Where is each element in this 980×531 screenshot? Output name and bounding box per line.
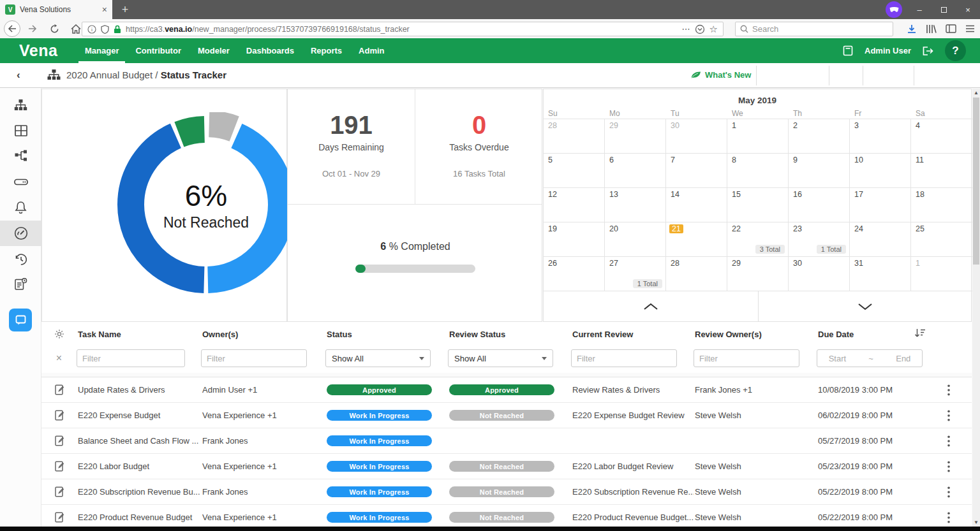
row-actions-button[interactable] (946, 461, 950, 472)
menu-hamburger-icon[interactable] (965, 25, 975, 33)
whats-new-link[interactable]: What's New (690, 70, 751, 80)
calendar-prev-button[interactable] (544, 291, 759, 322)
filter-due-date-range[interactable]: Start~End (817, 349, 923, 367)
cell-task-name[interactable]: E220 Expense Budget (77, 411, 201, 420)
calendar-cell[interactable]: 28 (544, 119, 605, 154)
calendar-cell[interactable]: 231 Total (789, 222, 850, 257)
calendar-cell[interactable]: 21 (666, 222, 727, 257)
nav-item-admin[interactable]: Admin (359, 38, 384, 63)
calendar-cell[interactable]: 7 (666, 154, 727, 188)
col-review-owners[interactable]: Review Owner(s) (694, 330, 817, 339)
tracking-shield-icon[interactable] (101, 25, 109, 34)
page-info-icon[interactable]: i (87, 25, 96, 34)
calendar-cell[interactable]: 31 (850, 257, 911, 291)
calendar-cell[interactable]: 29 (727, 257, 789, 291)
calendar-task-count-badge[interactable]: 3 Total (755, 245, 785, 254)
table-row[interactable]: Balance Sheet and Cash Flow ...Frank Jon… (41, 428, 972, 454)
row-actions-button[interactable] (946, 384, 950, 396)
scrollbar-thumb[interactable] (973, 98, 979, 265)
filter-review-status-select[interactable]: Show All (448, 349, 553, 367)
downloads-icon[interactable] (907, 24, 917, 34)
sidebar-item-notifications[interactable] (0, 194, 41, 220)
col-owners[interactable]: Owner(s) (201, 330, 325, 339)
pocket-icon[interactable] (695, 24, 705, 34)
window-maximize-button[interactable] (932, 0, 956, 19)
sidebar-item-workflow[interactable] (0, 143, 41, 168)
back-chevron-icon[interactable]: ‹ (17, 69, 20, 82)
task-doc-cell[interactable] (54, 486, 64, 497)
urlbar-more-icon[interactable]: ⋯ (682, 24, 690, 34)
calendar-cell[interactable]: 28 (666, 257, 727, 291)
filter-task-name-input[interactable] (77, 349, 185, 367)
calendar-cell[interactable]: 19 (544, 222, 605, 257)
cell-task-name[interactable]: E220 Labor Budget (77, 462, 201, 471)
library-icon[interactable] (926, 24, 937, 34)
refresh-button[interactable] (46, 20, 63, 37)
help-button[interactable]: ? (945, 40, 966, 61)
tab-close-icon[interactable]: × (102, 5, 107, 14)
nav-item-reports[interactable]: Reports (311, 38, 342, 63)
cell-task-name[interactable]: E220 Product Revenue Budget (77, 513, 201, 522)
scroll-up-icon[interactable]: ▲ (972, 90, 980, 96)
window-close-button[interactable]: × (956, 0, 980, 19)
nav-item-manager[interactable]: Manager (85, 38, 119, 63)
calendar-cell[interactable]: 11 (911, 154, 972, 188)
logout-icon[interactable] (922, 46, 934, 56)
sidebar-item-templates[interactable] (0, 118, 41, 143)
table-row[interactable]: E220 Labor BudgetVena Experience +1Work … (41, 454, 972, 479)
bookmark-star-icon[interactable]: ☆ (709, 24, 718, 35)
sidebar-item-audit-report[interactable] (0, 272, 41, 297)
calendar-cell[interactable]: 3 (850, 119, 911, 154)
filter-owners-input[interactable] (201, 349, 307, 367)
table-row[interactable]: E220 Subscription Revenue Bu...Frank Jon… (41, 479, 972, 505)
window-minimize-button[interactable]: – (907, 0, 932, 19)
sidebar-item-history[interactable] (0, 247, 41, 272)
calendar-next-button[interactable] (759, 291, 973, 322)
calendar-cell[interactable]: 30 (666, 119, 727, 154)
row-actions-button[interactable] (946, 410, 950, 421)
task-doc-cell[interactable] (54, 461, 64, 472)
library-book-icon[interactable] (842, 45, 854, 56)
task-doc-cell[interactable] (54, 512, 64, 523)
calendar-cell[interactable]: 18 (911, 188, 972, 222)
nav-item-dashboards[interactable]: Dashboards (246, 38, 294, 63)
browser-tab[interactable]: V Vena Solutions × (0, 0, 112, 19)
calendar-cell[interactable]: 2 (789, 119, 850, 154)
user-menu[interactable]: Admin User (865, 46, 911, 55)
breadcrumb-parent[interactable]: 2020 Annual Budget (66, 69, 152, 80)
calendar-cell[interactable]: 24 (850, 222, 911, 257)
calendar-cell[interactable]: 12 (544, 188, 605, 222)
calendar-cell[interactable]: 4 (911, 119, 972, 154)
status-donut-chart[interactable] (114, 112, 299, 297)
calendar-cell[interactable]: 29 (605, 119, 666, 154)
column-settings-gear-icon[interactable] (54, 329, 64, 339)
sidebar-toggle-icon[interactable] (946, 24, 956, 33)
new-tab-button[interactable]: + (117, 2, 133, 17)
cell-task-name[interactable]: Update Rates & Drivers (77, 385, 201, 395)
col-current-review[interactable]: Current Review (571, 330, 694, 339)
task-doc-cell[interactable] (54, 384, 64, 395)
calendar-cell[interactable]: 17 (850, 188, 911, 222)
col-task-name[interactable]: Task Name (77, 330, 201, 339)
forward-button[interactable] (24, 20, 41, 37)
calendar-cell[interactable]: 10 (850, 154, 911, 188)
col-status[interactable]: Status (325, 330, 448, 339)
sidebar-item-process-hierarchy[interactable] (0, 92, 41, 118)
col-due-date[interactable]: Due Date (817, 330, 919, 339)
calendar-cell[interactable]: 20 (605, 222, 666, 257)
back-button[interactable] (4, 20, 20, 37)
row-actions-button[interactable] (946, 512, 950, 523)
calendar-cell[interactable]: 30 (789, 257, 850, 291)
cell-task-name[interactable]: Balance Sheet and Cash Flow ... (77, 436, 201, 446)
calendar-cell[interactable]: 13 (605, 188, 666, 222)
filter-status-select[interactable]: Show All (325, 349, 431, 367)
row-actions-button[interactable] (946, 435, 950, 447)
row-actions-button[interactable] (946, 486, 950, 498)
url-bar[interactable]: i https://ca3.vena.io/new_manager/proces… (82, 22, 724, 36)
feedback-button[interactable] (9, 309, 32, 331)
calendar-cell[interactable]: 26 (544, 257, 605, 291)
nav-item-contributor[interactable]: Contributor (135, 38, 181, 63)
table-row[interactable]: Update Rates & DriversAdmin User +1Appro… (41, 377, 972, 403)
vena-logo[interactable]: Vena (19, 41, 78, 60)
calendar-cell[interactable]: 9 (789, 154, 850, 188)
